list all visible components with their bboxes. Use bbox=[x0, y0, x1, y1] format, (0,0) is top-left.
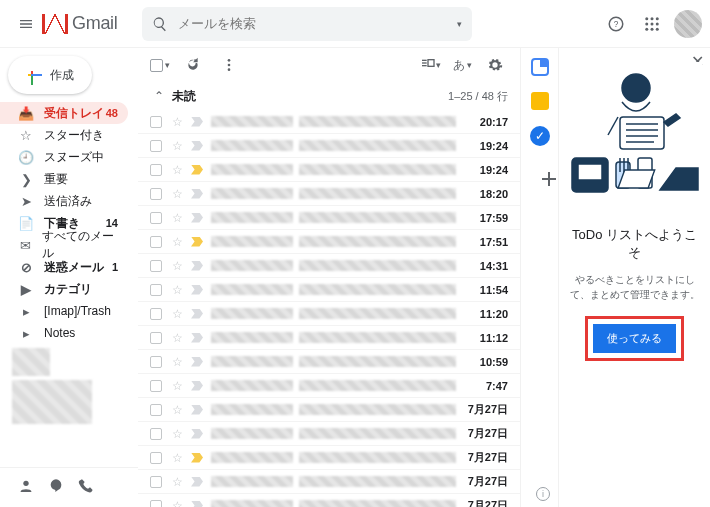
settings-gear-icon[interactable] bbox=[482, 52, 508, 78]
importance-marker-icon[interactable] bbox=[191, 261, 203, 271]
split-pane-toggle[interactable]: ▾ bbox=[417, 52, 443, 78]
importance-marker-icon[interactable] bbox=[191, 213, 203, 223]
star-icon[interactable]: ☆ bbox=[172, 403, 183, 417]
row-checkbox[interactable] bbox=[150, 404, 162, 416]
sidebar-item-4[interactable]: ➤送信済み bbox=[0, 190, 128, 212]
select-all-checkbox[interactable]: ▾ bbox=[150, 59, 170, 72]
message-row[interactable]: ☆20:17 bbox=[138, 110, 520, 134]
star-icon[interactable]: ☆ bbox=[172, 259, 183, 273]
star-icon[interactable]: ☆ bbox=[172, 331, 183, 345]
star-icon[interactable]: ☆ bbox=[172, 499, 183, 508]
star-icon[interactable]: ☆ bbox=[172, 163, 183, 177]
row-checkbox[interactable] bbox=[150, 284, 162, 296]
sidebar-item-1[interactable]: ☆スター付き bbox=[0, 124, 128, 146]
importance-marker-icon[interactable] bbox=[191, 453, 203, 463]
account-avatar[interactable] bbox=[674, 10, 702, 38]
message-row[interactable]: ☆10:59 bbox=[138, 350, 520, 374]
tasks-icon[interactable]: ✓ bbox=[530, 126, 550, 146]
keep-icon[interactable] bbox=[531, 92, 549, 110]
importance-marker-icon[interactable] bbox=[191, 333, 203, 343]
message-row[interactable]: ☆11:20 bbox=[138, 302, 520, 326]
row-checkbox[interactable] bbox=[150, 260, 162, 272]
calendar-icon[interactable] bbox=[531, 58, 549, 76]
importance-marker-icon[interactable] bbox=[191, 477, 203, 487]
message-row[interactable]: ☆7月27日 bbox=[138, 398, 520, 422]
more-menu-button[interactable] bbox=[216, 52, 242, 78]
message-row[interactable]: ☆17:59 bbox=[138, 206, 520, 230]
star-icon[interactable]: ☆ bbox=[172, 211, 183, 225]
phone-icon[interactable] bbox=[78, 478, 94, 497]
star-icon[interactable]: ☆ bbox=[172, 427, 183, 441]
status-indicator-icon[interactable]: i bbox=[536, 487, 550, 501]
message-row[interactable]: ☆7月27日 bbox=[138, 446, 520, 470]
message-row[interactable]: ☆7月27日 bbox=[138, 494, 520, 507]
row-checkbox[interactable] bbox=[150, 308, 162, 320]
importance-marker-icon[interactable] bbox=[191, 309, 203, 319]
person-icon[interactable] bbox=[18, 478, 34, 497]
row-checkbox[interactable] bbox=[150, 164, 162, 176]
message-row[interactable]: ☆19:24 bbox=[138, 158, 520, 182]
star-icon[interactable]: ☆ bbox=[172, 283, 183, 297]
message-row[interactable]: ☆19:24 bbox=[138, 134, 520, 158]
row-checkbox[interactable] bbox=[150, 452, 162, 464]
message-row[interactable]: ☆7:47 bbox=[138, 374, 520, 398]
get-started-button[interactable]: 使ってみる bbox=[593, 324, 676, 353]
importance-marker-icon[interactable] bbox=[191, 165, 203, 175]
sidebar-item-0[interactable]: 📥受信トレイ48 bbox=[0, 102, 128, 124]
input-tool-button[interactable]: あ▾ bbox=[453, 52, 472, 78]
sidebar-item-10[interactable]: ▸Notes bbox=[0, 322, 128, 344]
message-row[interactable]: ☆11:12 bbox=[138, 326, 520, 350]
sidebar-item-3[interactable]: ❯重要 bbox=[0, 168, 128, 190]
row-checkbox[interactable] bbox=[150, 212, 162, 224]
row-checkbox[interactable] bbox=[150, 476, 162, 488]
star-icon[interactable]: ☆ bbox=[172, 475, 183, 489]
row-checkbox[interactable] bbox=[150, 236, 162, 248]
importance-marker-icon[interactable] bbox=[191, 381, 203, 391]
star-icon[interactable]: ☆ bbox=[172, 379, 183, 393]
row-checkbox[interactable] bbox=[150, 188, 162, 200]
row-checkbox[interactable] bbox=[150, 428, 162, 440]
message-row[interactable]: ☆7月27日 bbox=[138, 422, 520, 446]
importance-marker-icon[interactable] bbox=[191, 501, 203, 508]
message-row[interactable]: ☆11:54 bbox=[138, 278, 520, 302]
sidebar-item-9[interactable]: ▸[Imap]/Trash bbox=[0, 300, 128, 322]
gmail-logo[interactable]: Gmail bbox=[42, 13, 118, 34]
row-checkbox[interactable] bbox=[150, 380, 162, 392]
importance-marker-icon[interactable] bbox=[191, 429, 203, 439]
importance-marker-icon[interactable] bbox=[191, 405, 203, 415]
importance-marker-icon[interactable] bbox=[191, 357, 203, 367]
star-icon[interactable]: ☆ bbox=[172, 355, 183, 369]
row-checkbox[interactable] bbox=[150, 140, 162, 152]
addons-plus-icon[interactable] bbox=[532, 162, 548, 178]
apps-grid-icon[interactable] bbox=[634, 6, 670, 42]
row-checkbox[interactable] bbox=[150, 356, 162, 368]
star-icon[interactable]: ☆ bbox=[172, 187, 183, 201]
star-icon[interactable]: ☆ bbox=[172, 451, 183, 465]
refresh-button[interactable] bbox=[180, 52, 206, 78]
star-icon[interactable]: ☆ bbox=[172, 115, 183, 129]
sidebar-item-6[interactable]: ✉すべてのメール bbox=[0, 234, 128, 256]
compose-button[interactable]: 作成 bbox=[8, 56, 92, 94]
importance-marker-icon[interactable] bbox=[191, 141, 203, 151]
hangouts-icon[interactable] bbox=[48, 478, 64, 497]
hamburger-menu-icon[interactable] bbox=[8, 6, 44, 42]
star-icon[interactable]: ☆ bbox=[172, 235, 183, 249]
star-icon[interactable]: ☆ bbox=[172, 139, 183, 153]
message-row[interactable]: ☆14:31 bbox=[138, 254, 520, 278]
star-icon[interactable]: ☆ bbox=[172, 307, 183, 321]
message-row[interactable]: ☆7月27日 bbox=[138, 470, 520, 494]
sidebar-item-2[interactable]: 🕘スヌーズ中 bbox=[0, 146, 128, 168]
row-checkbox[interactable] bbox=[150, 332, 162, 344]
importance-marker-icon[interactable] bbox=[191, 117, 203, 127]
importance-marker-icon[interactable] bbox=[191, 189, 203, 199]
search-bar[interactable]: ▾ bbox=[142, 7, 472, 41]
search-input[interactable] bbox=[178, 16, 457, 31]
sidebar-item-8[interactable]: ▶カテゴリ bbox=[0, 278, 128, 300]
importance-marker-icon[interactable] bbox=[191, 285, 203, 295]
message-row[interactable]: ☆18:20 bbox=[138, 182, 520, 206]
row-checkbox[interactable] bbox=[150, 116, 162, 128]
search-options-caret-icon[interactable]: ▾ bbox=[457, 19, 462, 29]
row-checkbox[interactable] bbox=[150, 500, 162, 508]
support-icon[interactable]: ? bbox=[598, 6, 634, 42]
importance-marker-icon[interactable] bbox=[191, 237, 203, 247]
